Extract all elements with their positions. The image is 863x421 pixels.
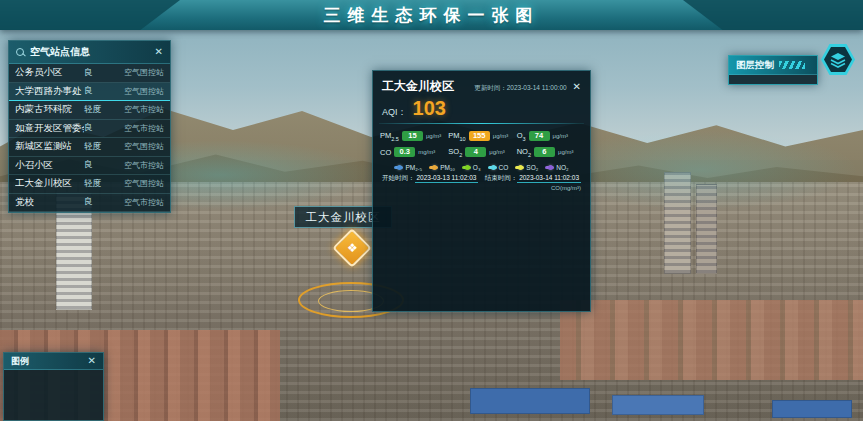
station-list: 公务员小区良空气国控站大学西路办事处良空气国控站内蒙古环科院轻度空气市控站如意开… — [9, 64, 170, 212]
aqi-trend-chart — [379, 191, 584, 307]
close-icon[interactable]: ✕ — [573, 81, 581, 92]
pollutant-value-badge: 6 — [534, 147, 555, 157]
pollutant-value-badge: 4 — [465, 147, 486, 157]
hatch-decoration — [779, 61, 805, 69]
update-time-value: 2023-03-14 11:00:00 — [507, 84, 567, 91]
station-name: 小召小区 — [15, 159, 84, 172]
chart-legend-item[interactable]: CO — [488, 164, 509, 171]
station-name: 内蒙古环科院 — [15, 103, 84, 116]
chart-legend-item[interactable]: PM₁₀ — [429, 164, 455, 171]
pollutant-name: PM10 — [448, 131, 465, 142]
station-row[interactable]: 工大金川校区轻度空气国控站 — [9, 175, 170, 194]
end-time-group: 结束时间：2023-03-14 11:02:03 — [485, 174, 581, 183]
map-building-highrise — [664, 172, 691, 274]
update-time: 更新时间：2023-03-14 11:00:00 — [474, 84, 566, 93]
chart-legend-item[interactable]: O₃ — [462, 164, 481, 171]
pollutant-value-badge: 0.3 — [394, 147, 415, 157]
legend-dot-icon — [429, 166, 438, 169]
pollutant-name: CO — [380, 148, 391, 157]
chart-legend-item[interactable]: NO₂ — [545, 164, 568, 171]
aqi-value: 103 — [413, 97, 446, 120]
end-time-label: 结束时间： — [485, 174, 518, 181]
legend-dot-icon — [545, 166, 554, 169]
station-name: 大学西路办事处 — [15, 85, 84, 98]
end-time-input[interactable]: 2023-03-14 11:02:03 — [517, 174, 581, 183]
search-icon[interactable] — [16, 48, 25, 57]
start-time-group: 开始时间：2023-03-13 11:02:03 — [382, 174, 478, 183]
legend-label: CO — [499, 164, 509, 171]
station-row[interactable]: 新城区监测站轻度空气国控站 — [9, 138, 170, 157]
legend-dot-icon — [394, 166, 403, 169]
station-type: 空气市控站 — [108, 160, 164, 171]
station-type: 空气国控站 — [108, 141, 164, 152]
station-name: 新城区监测站 — [15, 140, 84, 153]
map-legend-panel: 图例 ✕ — [3, 352, 104, 421]
station-type: 空气国控站 — [108, 178, 164, 189]
pollutant-value-badge: 15 — [402, 131, 423, 141]
start-time-input[interactable]: 2023-03-13 11:02:03 — [415, 174, 479, 183]
legend-dot-icon — [488, 166, 497, 169]
aqi-label: AQI： — [382, 106, 407, 119]
pollutant-unit: mg/m³ — [418, 149, 435, 155]
chart-legend-item[interactable]: SO₂ — [515, 164, 538, 171]
chart-legend: PM₂.₅PM₁₀O₃COSO₂NO₂ — [373, 162, 590, 172]
station-row[interactable]: 党校良空气市控站 — [9, 194, 170, 213]
legend-panel-header: 图例 ✕ — [4, 353, 103, 370]
legend-label: PM₂.₅ — [405, 164, 422, 171]
station-level: 轻度 — [84, 104, 108, 116]
station-detail-popup: 工大金川校区 更新时间：2023-03-14 11:00:00 ✕ AQI： 1… — [372, 70, 591, 312]
pollutant-name: NO2 — [517, 147, 531, 158]
map-residential-blocks — [560, 300, 863, 380]
layer-panel-title: 图层控制 — [736, 59, 774, 72]
chart-legend-item[interactable]: PM₂.₅ — [394, 164, 422, 171]
pollutant-readings: PM2.515μg/m³PM10155μg/m³O374μg/m³CO0.3mg… — [373, 124, 590, 162]
close-icon[interactable]: ✕ — [155, 47, 163, 57]
pollutant-cell: CO0.3mg/m³ — [379, 144, 447, 160]
station-level: 轻度 — [84, 178, 108, 190]
legend-label: NO₂ — [556, 164, 568, 171]
start-time-label: 开始时间： — [382, 174, 415, 181]
app-window: 工大金川校区 ❖ 三维生态环保一张图 空气站点信息 ✕ 公务员小区良空气国控站大… — [0, 0, 863, 421]
station-level: 良 — [84, 159, 108, 171]
update-time-label: 更新时间： — [474, 84, 507, 91]
station-type: 空气国控站 — [108, 86, 164, 97]
station-row[interactable]: 如意开发区管委会良空气市控站 — [9, 120, 170, 139]
pollutant-name: PM2.5 — [380, 131, 399, 142]
pollutant-unit: μg/m³ — [553, 133, 568, 139]
layers-icon — [824, 47, 852, 72]
station-row[interactable]: 小召小区良空气市控站 — [9, 157, 170, 176]
station-name: 公务员小区 — [15, 66, 84, 79]
layer-list — [729, 75, 817, 84]
pollutant-cell: PM2.515μg/m³ — [379, 128, 447, 144]
station-level: 良 — [84, 67, 108, 79]
pollutant-unit: μg/m³ — [426, 133, 441, 139]
header-bar: 三维生态环保一张图 — [0, 0, 863, 30]
legend-dot-icon — [515, 166, 524, 169]
close-icon[interactable]: ✕ — [88, 356, 96, 366]
pollutant-unit: μg/m³ — [489, 149, 504, 155]
pollutant-name: O3 — [517, 131, 526, 142]
pollutant-cell: O374μg/m³ — [516, 128, 584, 144]
station-level: 良 — [84, 122, 108, 134]
pollutant-name: SO2 — [448, 147, 462, 158]
station-row[interactable]: 内蒙古环科院轻度空气市控站 — [9, 101, 170, 120]
station-row[interactable]: 公务员小区良空气国控站 — [9, 64, 170, 83]
station-type: 空气国控站 — [108, 67, 164, 78]
station-row[interactable]: 大学西路办事处良空气国控站 — [9, 83, 170, 102]
map-factory-roof — [470, 388, 590, 414]
legend-label: SO₂ — [526, 164, 538, 171]
marker-glyph: ❖ — [347, 241, 358, 255]
pollutant-cell: NO26μg/m³ — [516, 144, 584, 160]
station-panel-header: 空气站点信息 ✕ — [9, 41, 170, 64]
station-level: 良 — [84, 196, 108, 208]
station-type: 空气市控站 — [108, 197, 164, 208]
popup-title: 工大金川校区 — [382, 78, 454, 95]
station-level: 轻度 — [84, 141, 108, 153]
station-type: 空气市控站 — [108, 104, 164, 115]
pollutant-unit: μg/m³ — [493, 133, 508, 139]
layer-panel-header: 图层控制 — [729, 56, 817, 75]
time-range-row: 开始时间：2023-03-13 11:02:03 结束时间：2023-03-14… — [373, 172, 590, 185]
station-list-panel: 空气站点信息 ✕ 公务员小区良空气国控站大学西路办事处良空气国控站内蒙古环科院轻… — [8, 40, 171, 213]
station-type: 空气市控站 — [108, 123, 164, 134]
station-panel-title: 空气站点信息 — [30, 45, 90, 59]
